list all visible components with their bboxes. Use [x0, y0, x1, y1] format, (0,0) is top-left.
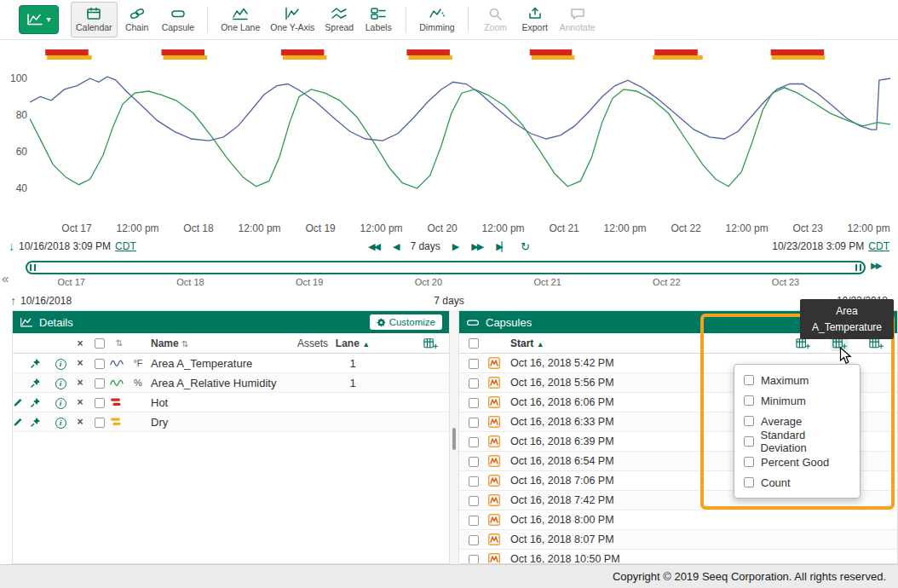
timeline-range-selector[interactable] — [26, 261, 866, 274]
capsule-checkbox[interactable] — [469, 516, 479, 526]
menu-item-maximum[interactable]: Maximum — [734, 370, 860, 390]
capsule-checkbox[interactable] — [469, 476, 479, 487]
capsule-bar-hot[interactable] — [45, 49, 88, 55]
select-all-capsules-checkbox[interactable] — [469, 338, 479, 349]
remove-all-icon[interactable]: × — [71, 337, 89, 349]
lane-column-header[interactable]: Lane — [336, 337, 360, 349]
duration-label[interactable]: 7 days — [410, 240, 440, 252]
menu-item-standard-deviation[interactable]: Standard Deviation — [734, 431, 860, 452]
step-forward-button[interactable]: ▶ — [451, 241, 459, 252]
toolbar-button-calendar[interactable]: Calendar — [71, 2, 118, 37]
investigate-start-date[interactable]: 10/16/2018 — [20, 295, 72, 307]
row-checkbox[interactable] — [95, 359, 105, 369]
edit-pencil-icon[interactable] — [13, 417, 30, 427]
capsule-bar-dry[interactable] — [283, 55, 327, 60]
row-checkbox[interactable] — [95, 378, 105, 389]
toolbar-button-one-lane[interactable]: One Lane — [216, 2, 265, 37]
remove-item-icon[interactable]: × — [71, 396, 89, 408]
item-name[interactable]: Dry — [147, 416, 289, 429]
capsule-checkbox[interactable] — [469, 359, 479, 369]
toolbar-button-spread[interactable]: Spread — [319, 2, 359, 37]
capsule-bar-dry[interactable] — [47, 55, 91, 60]
capsule-checkbox[interactable] — [469, 535, 479, 545]
minimum-checkbox[interactable] — [744, 395, 754, 406]
trend-view-button[interactable]: ▾ — [19, 5, 59, 34]
menu-item-percent-good[interactable]: Percent Good — [734, 452, 860, 472]
start-column-header[interactable]: Start — [510, 337, 533, 349]
range-start-value[interactable]: 10/16/2018 3:09 PM — [19, 240, 111, 252]
count-checkbox[interactable] — [744, 477, 754, 487]
capsule-row[interactable]: Oct 16, 2018 10:50 PM — [459, 550, 897, 564]
range-handle-left[interactable] — [30, 264, 36, 271]
assets-column-header[interactable]: Assets — [289, 337, 331, 349]
info-icon[interactable]: i — [55, 378, 66, 389]
pin-icon[interactable] — [30, 417, 50, 428]
capsule-checkbox[interactable] — [469, 418, 479, 428]
step-back-many-button[interactable]: ◀◀ — [366, 241, 381, 252]
table-row[interactable]: i × % Area A_Relative Humidity 1 — [13, 373, 449, 393]
capsule-bar-dry[interactable] — [532, 55, 575, 60]
chart-plot-area[interactable] — [30, 49, 890, 219]
capsule-checkbox[interactable] — [469, 496, 479, 506]
info-icon[interactable]: i — [55, 418, 66, 429]
capsule-row[interactable]: Oct 16, 2018 8:00 PM — [459, 510, 897, 530]
select-all-checkbox[interactable] — [95, 338, 105, 349]
capsule-checkbox[interactable] — [469, 555, 479, 564]
remove-item-icon[interactable]: × — [71, 416, 89, 428]
capsule-bar-hot[interactable] — [406, 49, 450, 55]
row-checkbox[interactable] — [95, 418, 105, 428]
average-checkbox[interactable] — [744, 416, 754, 426]
item-name[interactable]: Area A_Temperature — [147, 357, 289, 370]
panel-resize-handle[interactable] — [452, 428, 456, 450]
refresh-icon[interactable]: ↻ — [519, 240, 532, 253]
step-back-button[interactable]: ◀ — [391, 241, 400, 252]
menu-item-count[interactable]: Count — [734, 472, 860, 493]
series-area-a-temperature[interactable] — [30, 77, 890, 141]
item-name[interactable]: Area A_Relative Humidity — [147, 377, 289, 389]
capsule-bar-dry[interactable] — [772, 55, 826, 60]
timezone-link[interactable]: CDT — [115, 240, 136, 252]
collapse-left-icon[interactable]: « — [2, 271, 9, 285]
percent-good-checkbox[interactable] — [744, 457, 754, 467]
toolbar-button-export[interactable]: Export — [515, 2, 555, 37]
table-row[interactable]: i × °F Area A_Temperature 1 — [13, 354, 449, 373]
add-statistics-column-button[interactable] — [423, 337, 449, 349]
item-name[interactable]: Hot — [147, 396, 289, 409]
capsule-checkbox[interactable] — [469, 437, 479, 447]
capsule-bar-hot[interactable] — [771, 49, 825, 55]
series-area-a-relative-humidity[interactable] — [30, 88, 890, 188]
menu-item-minimum[interactable]: Minimum — [734, 390, 860, 411]
jump-forward-icon[interactable]: ▶▶ — [871, 261, 880, 270]
capsule-checkbox[interactable] — [469, 398, 479, 408]
customize-button[interactable]: Customize — [370, 314, 442, 330]
standard-deviation-checkbox[interactable] — [744, 436, 754, 447]
toolbar-button-one-y-axis[interactable]: One Y-Axis — [265, 2, 319, 37]
capsule-bar-hot[interactable] — [530, 49, 573, 55]
capsule-bar-hot[interactable] — [281, 49, 325, 55]
table-row[interactable]: i × Hot — [13, 393, 449, 412]
sort-type-icon[interactable]: ⇅ — [110, 338, 129, 348]
capsule-bar-dry[interactable] — [408, 55, 452, 60]
capsule-bar-hot[interactable] — [162, 49, 205, 55]
capsule-bar-dry[interactable] — [653, 55, 703, 60]
table-row[interactable]: i × Dry — [13, 412, 449, 432]
capsule-bar-hot[interactable] — [654, 49, 698, 55]
name-column-header[interactable]: Name — [151, 337, 179, 349]
arrow-down-icon[interactable]: ↓ — [9, 239, 14, 253]
pin-icon[interactable] — [30, 358, 50, 369]
pin-icon[interactable] — [30, 378, 50, 389]
remove-item-icon[interactable]: × — [71, 357, 89, 369]
edit-pencil-icon[interactable] — [13, 397, 30, 407]
arrow-up-icon[interactable]: ↑ — [10, 294, 16, 308]
capsule-checkbox[interactable] — [469, 378, 479, 389]
toolbar-button-capsule[interactable]: Capsule — [157, 2, 200, 37]
pin-icon[interactable] — [30, 397, 50, 408]
step-forward-many-button[interactable]: ▶▶ — [469, 241, 484, 252]
capsule-checkbox[interactable] — [469, 457, 479, 467]
toolbar-button-dimming[interactable]: Dimming — [414, 2, 459, 37]
trend-chart[interactable]: 100806040 Oct 1712:00 pmOct 1812:00 pmOc… — [0, 40, 898, 237]
info-icon[interactable]: i — [55, 359, 66, 370]
toolbar-button-labels[interactable]: Labels — [359, 2, 398, 37]
investigate-duration[interactable]: 7 days — [434, 295, 463, 307]
row-checkbox[interactable] — [95, 398, 105, 408]
